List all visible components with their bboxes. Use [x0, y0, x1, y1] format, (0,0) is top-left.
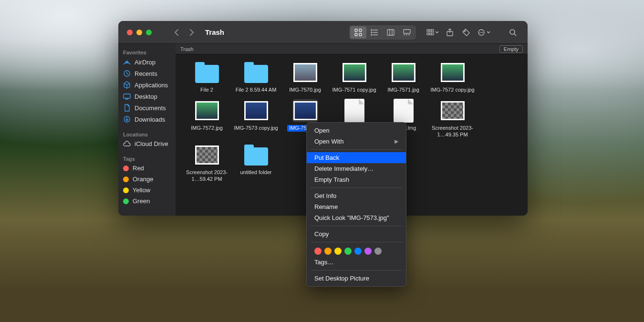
sidebar-item-recents[interactable]: Recents [118, 68, 176, 79]
menu-item-label: Copy [314, 230, 329, 238]
path-bar: Trash Empty [176, 44, 528, 54]
document-icon [342, 99, 367, 122]
tag-color-button[interactable] [354, 248, 362, 255]
gallery-view-button[interactable] [399, 26, 415, 39]
file-label: IMG-7571 copy.jpg [332, 87, 376, 93]
menu-item[interactable]: Quick Look "IMG-7573.jpg" [307, 212, 406, 223]
menu-separator [311, 270, 402, 270]
menu-separator [311, 226, 402, 226]
tag-color-button[interactable] [324, 248, 332, 255]
sidebar-item-label: Green [133, 197, 150, 205]
sidebar-item-airdrop[interactable]: AirDrop [118, 56, 176, 68]
file-item[interactable]: IMG-7572 copy.jpg [428, 59, 477, 95]
sidebar-tag-orange[interactable]: Orange [118, 174, 176, 185]
view-mode-group [349, 25, 416, 40]
menu-item[interactable]: Put Back [307, 152, 406, 163]
search-button[interactable] [506, 26, 520, 39]
file-label: IMG-7572.jpg [191, 125, 223, 132]
file-item[interactable]: untitled folder [231, 142, 280, 185]
menu-item-label: Empty Trash [314, 176, 349, 183]
menu-item[interactable]: Copy [307, 229, 406, 239]
fullscreen-button[interactable] [146, 30, 152, 35]
menu-item-label: Tags… [314, 259, 333, 266]
sidebar-item-applications[interactable]: Applications [118, 79, 176, 91]
column-view-button[interactable] [383, 26, 399, 39]
file-item[interactable]: Screenshot 2023-1…49.35 PM [428, 97, 477, 140]
svg-point-24 [464, 30, 466, 31]
sidebar-item-label: iCloud Drive [135, 140, 168, 147]
menu-item[interactable]: Open [307, 125, 406, 136]
file-item[interactable]: IMG-7571.jpg [379, 59, 428, 95]
file-item[interactable]: Screenshot 2023-1…59.42 PM [182, 142, 231, 185]
tag-color-button[interactable] [344, 248, 352, 255]
tag-dot-icon [123, 187, 129, 193]
file-label: File 2 8.59.44 AM [236, 87, 277, 93]
svg-rect-22 [432, 33, 434, 35]
close-button[interactable] [127, 30, 133, 35]
empty-trash-button[interactable]: Empty [499, 45, 523, 53]
sidebar-tag-yellow[interactable]: Yellow [118, 185, 176, 196]
svg-rect-2 [355, 33, 357, 36]
tag-dot-icon [123, 198, 129, 204]
sidebar-item-icloud[interactable]: iCloud Drive [118, 138, 176, 149]
menu-item[interactable]: Set Desktop Picture [307, 273, 406, 284]
tag-color-button[interactable] [374, 248, 382, 255]
tag-color-button[interactable] [314, 248, 322, 255]
tags-button[interactable] [459, 26, 473, 39]
sidebar-item-label: Red [133, 165, 144, 172]
file-item[interactable]: IMG-7571 copy.jpg [330, 59, 379, 95]
file-item[interactable]: File 2 [182, 59, 231, 95]
context-menu: OpenOpen With▶Put BackDelete Immediately… [306, 122, 406, 287]
file-item[interactable]: IMG-7570.jpg [280, 59, 330, 95]
menu-item-label: Put Back [314, 154, 339, 161]
toolbar [349, 25, 528, 40]
menu-separator [311, 187, 402, 188]
file-label: untitled folder [240, 169, 271, 176]
tag-dot-icon [123, 166, 129, 171]
tag-dot-icon [123, 177, 129, 182]
sidebar-section-locations: Locations [118, 129, 176, 138]
sidebar-section-favorites: Favorites [118, 47, 176, 56]
list-view-button[interactable] [366, 26, 383, 39]
svg-point-4 [371, 30, 372, 31]
tag-color-button[interactable] [364, 248, 372, 255]
svg-point-6 [371, 32, 372, 33]
sidebar-item-documents[interactable]: Documents [118, 102, 176, 114]
svg-point-27 [481, 32, 482, 33]
menu-item[interactable]: Empty Trash [307, 174, 406, 185]
action-menu-button[interactable] [475, 29, 492, 36]
tag-color-button[interactable] [334, 248, 342, 255]
minimize-button[interactable] [136, 30, 142, 35]
menu-item-label: Open With [314, 138, 343, 145]
sidebar-item-label: AirDrop [135, 59, 156, 66]
svg-rect-18 [429, 30, 431, 31]
image-icon [391, 61, 416, 84]
back-button[interactable] [170, 26, 183, 39]
menu-item[interactable]: Open With▶ [307, 136, 406, 147]
file-label: IMG-7571.jpg [387, 87, 419, 93]
sidebar-tag-red[interactable]: Red [118, 163, 176, 174]
sidebar-tag-green[interactable]: Green [118, 196, 176, 207]
folder-icon [194, 61, 220, 84]
sidebar-item-downloads[interactable]: Downloads [118, 114, 176, 125]
file-label: IMG-7570.jpg [289, 87, 321, 93]
file-label: Screenshot 2023-1…59.42 PM [184, 169, 230, 183]
traffic-lights [118, 30, 160, 35]
group-by-button[interactable] [425, 29, 441, 36]
file-label: Screenshot 2023-1…49.35 PM [430, 125, 476, 138]
svg-line-30 [514, 34, 516, 36]
window-title: Trash [198, 28, 231, 36]
share-button[interactable] [443, 26, 457, 39]
menu-item[interactable]: Get Info [307, 190, 406, 201]
menu-item[interactable]: Rename [307, 201, 406, 212]
sidebar-item-desktop[interactable]: Desktop [118, 91, 176, 102]
forward-button[interactable] [185, 26, 198, 39]
icon-view-button[interactable] [350, 26, 366, 39]
svg-point-28 [482, 32, 483, 33]
image-icon [243, 99, 269, 122]
menu-item[interactable]: Tags… [307, 257, 406, 268]
file-item[interactable]: File 2 8.59.44 AM [231, 59, 280, 95]
menu-item[interactable]: Delete Immediately… [307, 163, 406, 174]
file-item[interactable]: IMG-7573 copy.jpg [231, 97, 280, 140]
file-item[interactable]: IMG-7572.jpg [182, 97, 231, 140]
